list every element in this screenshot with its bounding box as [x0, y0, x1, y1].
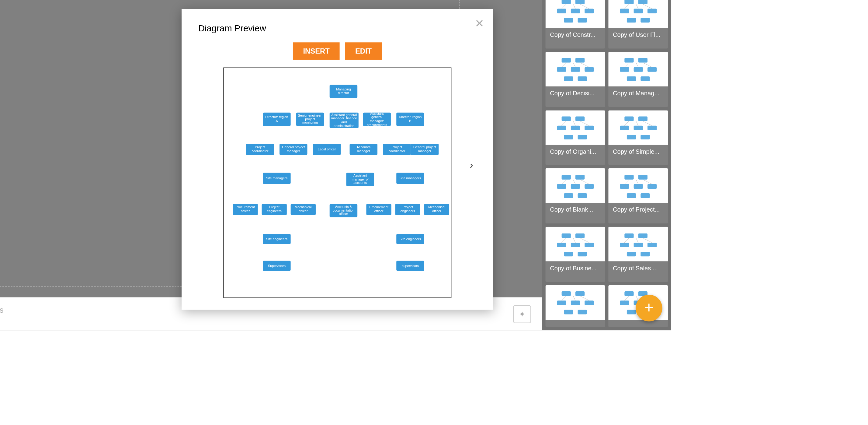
svg-rect-26: [585, 67, 594, 72]
svg-rect-13: [638, 0, 647, 4]
svg-rect-35: [633, 67, 643, 72]
next-arrow-icon[interactable]: ›: [470, 159, 473, 171]
svg-rect-55: [633, 125, 643, 130]
org-node: General project manager: [411, 144, 439, 155]
svg-line-39: [624, 63, 629, 67]
svg-rect-3: [575, 0, 584, 4]
diagram-card[interactable]: Copy of Busine...: [546, 227, 605, 282]
svg-rect-68: [578, 193, 587, 198]
svg-rect-107: [564, 310, 573, 314]
svg-rect-22: [561, 58, 570, 62]
svg-line-41: [636, 63, 639, 67]
svg-rect-65: [570, 184, 580, 189]
svg-rect-18: [641, 18, 650, 23]
svg-rect-86: [585, 242, 594, 247]
svg-line-11: [573, 4, 576, 9]
svg-line-110: [580, 296, 589, 301]
svg-rect-32: [624, 58, 633, 62]
svg-line-80: [643, 179, 652, 184]
org-node: Assistant manager of accounts: [346, 173, 374, 186]
diagram-card[interactable]: Copy of Constr...: [546, 0, 605, 49]
svg-rect-38: [641, 77, 650, 81]
svg-line-61: [636, 121, 639, 125]
org-node: Assistant general manager: finance and a…: [330, 113, 359, 128]
svg-line-49: [561, 121, 566, 125]
org-node: Accounts & documentation officer: [330, 204, 358, 217]
org-node: Supervisors: [263, 261, 290, 271]
svg-line-69: [561, 179, 566, 184]
org-node: supervisors: [396, 261, 424, 271]
svg-rect-94: [620, 242, 629, 247]
svg-rect-78: [641, 193, 650, 198]
svg-line-119: [624, 296, 629, 301]
svg-rect-24: [557, 67, 566, 72]
svg-rect-42: [561, 116, 570, 121]
diagram-card[interactable]: Copy of Blank ...: [546, 169, 605, 224]
svg-rect-64: [557, 184, 566, 189]
svg-line-60: [643, 121, 652, 125]
svg-rect-56: [647, 125, 656, 130]
svg-rect-12: [624, 0, 633, 4]
org-node: Senior engineer: project monitoring: [296, 113, 324, 126]
svg-rect-16: [647, 9, 656, 13]
svg-rect-76: [647, 184, 656, 189]
svg-rect-103: [575, 292, 584, 296]
svg-rect-8: [578, 18, 587, 23]
svg-rect-2: [561, 0, 570, 4]
diagram-card[interactable]: Copy of Sales ...: [608, 227, 668, 282]
svg-rect-5: [570, 9, 580, 13]
svg-rect-67: [564, 193, 573, 198]
svg-rect-17: [626, 18, 636, 23]
org-node: Project coordinator: [383, 144, 411, 155]
diagram-card[interactable]: Copy of Decisi...: [546, 52, 605, 107]
insert-button[interactable]: INSERT: [293, 42, 340, 60]
svg-line-51: [573, 121, 576, 125]
org-node: Procurement officer: [366, 204, 391, 215]
svg-rect-112: [624, 292, 633, 296]
svg-rect-14: [620, 9, 629, 13]
diagram-card[interactable]: Copy of Project...: [608, 169, 668, 224]
svg-rect-105: [570, 301, 580, 305]
org-node: Project engineers: [261, 204, 286, 215]
svg-rect-77: [626, 193, 636, 198]
svg-rect-15: [633, 9, 643, 13]
svg-line-109: [561, 296, 566, 301]
org-node: Mechanical officer: [424, 204, 449, 215]
svg-rect-23: [575, 58, 584, 62]
svg-line-81: [636, 179, 639, 184]
svg-rect-46: [585, 125, 594, 130]
diagram-card[interactable]: Copy of Organi...: [546, 110, 605, 165]
svg-line-91: [573, 238, 576, 242]
svg-rect-57: [626, 135, 636, 139]
org-node: Site managers: [396, 173, 424, 184]
svg-rect-34: [620, 67, 629, 72]
edit-button[interactable]: EDIT: [345, 42, 382, 60]
svg-line-20: [643, 4, 652, 9]
org-node: Procurement officer: [232, 204, 257, 215]
svg-line-31: [573, 63, 576, 67]
diagram-card[interactable]: Copy of Manag...: [608, 52, 668, 107]
explore-button[interactable]: ✦: [513, 305, 531, 323]
close-icon[interactable]: ✕: [475, 17, 484, 30]
diagram-card[interactable]: Copy of User Fl...: [608, 0, 668, 49]
add-fab-button[interactable]: +: [636, 295, 662, 321]
svg-rect-45: [570, 125, 580, 130]
org-node: Assistant general manager: procurements: [363, 113, 391, 126]
svg-rect-85: [570, 242, 580, 247]
svg-rect-33: [638, 58, 647, 62]
svg-line-100: [643, 238, 652, 242]
svg-rect-43: [575, 116, 584, 121]
modal-title: Diagram Preview: [182, 9, 493, 39]
svg-line-59: [624, 121, 629, 125]
diagram-card[interactable]: Copy of Simple...: [608, 110, 668, 165]
org-node: Site engineers: [263, 234, 290, 244]
svg-rect-27: [564, 77, 573, 81]
svg-line-70: [580, 179, 589, 184]
org-node: Director: region A: [263, 113, 290, 126]
svg-rect-66: [585, 184, 594, 189]
org-node: Site managers: [263, 173, 290, 184]
svg-rect-74: [620, 184, 629, 189]
svg-line-40: [643, 63, 652, 67]
svg-line-79: [624, 179, 629, 184]
diagram-card[interactable]: [546, 285, 605, 327]
